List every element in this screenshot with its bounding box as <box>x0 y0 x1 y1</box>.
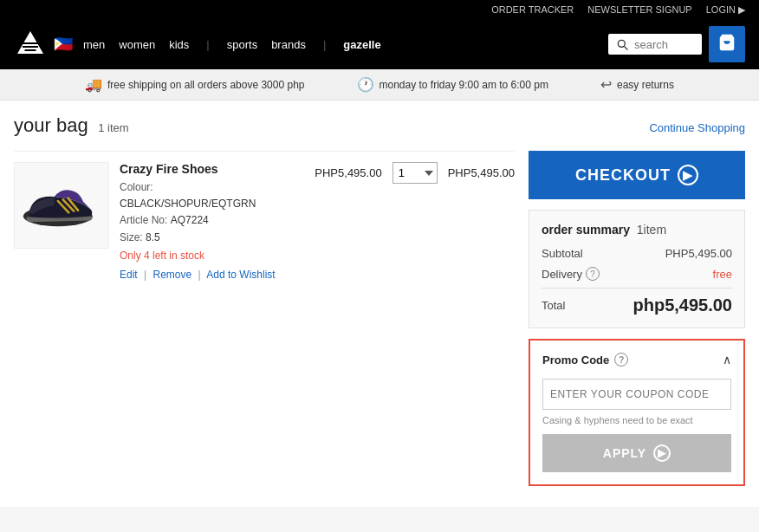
promo-code-input[interactable] <box>542 379 731 410</box>
size-value: 8.5 <box>146 231 160 243</box>
adidas-logo-icon <box>14 28 47 61</box>
product-actions: Edit | Remove | Add to Wishlist <box>120 269 304 281</box>
stock-warning: Only 4 left in stock <box>120 250 304 262</box>
top-links-bar: ORDER TRACKER NEWSLETTER SIGNUP LOGIN ▶ <box>0 0 759 19</box>
nav-men[interactable]: men <box>83 38 105 51</box>
product-name: Crazy Fire Shoes <box>120 162 304 176</box>
wishlist-link[interactable]: Add to Wishlist <box>206 269 275 281</box>
summary-divider <box>542 288 732 289</box>
main-nav: 🇵🇭 men women kids | sports brands | gaze… <box>0 19 759 69</box>
search-input[interactable] <box>634 38 695 51</box>
checkout-button[interactable]: CHECKOUT ▶ <box>529 151 745 199</box>
return-icon: ↩ <box>600 76 612 93</box>
country-flag-icon: 🇵🇭 <box>54 35 73 54</box>
nav-brands[interactable]: brands <box>271 38 306 51</box>
delivery-value: free <box>713 268 732 281</box>
nav-sports[interactable]: sports <box>227 38 257 51</box>
cart-icon <box>717 33 736 52</box>
total-amount: php5,495.00 <box>632 295 732 315</box>
product-qty-price: PHP5,495.00 1 2 3 4 PHP5,495.00 <box>315 162 515 184</box>
main-content: your bag 1 item Continue Shopping <box>0 101 759 507</box>
bag-layout: Crazy Fire Shoes Colour: CBLACK/SHOPUR/E… <box>14 151 745 486</box>
utility-bar: 🚚 free shipping on all orders above 3000… <box>0 69 759 101</box>
item-total-price: PHP5,495.00 <box>448 166 515 179</box>
continue-shopping-link[interactable]: Continue Shopping <box>649 121 745 134</box>
colour-value: CBLACK/SHOPUR/EQTGRN <box>120 198 256 210</box>
unit-price: PHP5,495.00 <box>315 166 381 179</box>
promo-collapse-icon[interactable]: ∧ <box>723 353 731 367</box>
apply-promo-button[interactable]: APPLY ▶ <box>542 434 731 472</box>
nav-women[interactable]: women <box>119 38 155 51</box>
product-meta: Colour: CBLACK/SHOPUR/EQTGRN Article No:… <box>120 179 304 246</box>
promo-header: Promo Code ? ∧ <box>542 353 731 367</box>
order-summary-title: order summary 1item <box>542 223 732 237</box>
truck-icon: 🚚 <box>85 76 102 93</box>
total-row: Total php5,495.00 <box>542 295 732 315</box>
promo-hint: Casing & hyphens need to be exact <box>542 415 731 425</box>
order-summary: order summary 1item Subtotal PHP5,495.00… <box>529 210 745 328</box>
hours-info: 🕐 monday to friday 9:00 am to 6:00 pm <box>357 76 548 93</box>
delivery-help-icon[interactable]: ? <box>586 267 600 281</box>
product-section: Crazy Fire Shoes Colour: CBLACK/SHOPUR/E… <box>14 151 515 486</box>
summary-item-count: 1item <box>637 223 666 237</box>
shoe-image <box>18 175 105 236</box>
article-value: AQ7224 <box>171 214 209 226</box>
article-label: Article No: <box>120 214 167 226</box>
checkout-arrow-icon: ▶ <box>678 165 698 185</box>
nav-gazelle[interactable]: gazelle <box>343 38 380 51</box>
product-image <box>14 162 109 249</box>
search-box <box>608 34 702 55</box>
apply-arrow-icon: ▶ <box>653 444 671 462</box>
bag-title-area: your bag 1 item <box>14 114 129 137</box>
subtotal-value: PHP5,495.00 <box>665 247 732 260</box>
edit-link[interactable]: Edit <box>120 269 138 281</box>
order-tracker-link[interactable]: ORDER TRACKER <box>491 4 574 15</box>
bag-title: your bag <box>14 114 88 136</box>
bag-header: your bag 1 item Continue Shopping <box>14 114 745 137</box>
subtotal-label: Subtotal <box>542 247 583 260</box>
shipping-info: 🚚 free shipping on all orders above 3000… <box>85 76 305 93</box>
delivery-label: Delivery ? <box>542 267 600 281</box>
top-right-nav <box>608 26 745 62</box>
login-link[interactable]: LOGIN ▶ <box>706 4 745 16</box>
subtotal-row: Subtotal PHP5,495.00 <box>542 247 732 260</box>
newsletter-signup-link[interactable]: NEWSLETTER SIGNUP <box>587 4 691 15</box>
cart-button[interactable] <box>709 26 745 62</box>
nav-kids[interactable]: kids <box>169 38 189 51</box>
right-panel: CHECKOUT ▶ order summary 1item Subtotal … <box>529 151 745 486</box>
returns-info: ↩ easy returns <box>600 76 674 93</box>
colour-label: Colour: <box>120 181 153 193</box>
promo-section: Promo Code ? ∧ Casing & hyphens need to … <box>529 339 745 486</box>
search-icon <box>615 37 629 51</box>
product-row: Crazy Fire Shoes Colour: CBLACK/SHOPUR/E… <box>14 151 515 281</box>
promo-help-icon[interactable]: ? <box>614 353 628 367</box>
total-label: Total <box>542 299 565 312</box>
quantity-select[interactable]: 1 2 3 4 <box>392 162 438 184</box>
bag-item-count: 1 item <box>98 121 128 134</box>
product-details: Crazy Fire Shoes Colour: CBLACK/SHOPUR/E… <box>120 162 304 281</box>
promo-title: Promo Code ? <box>542 353 628 367</box>
nav-links: men women kids | sports brands | gazelle <box>83 38 608 51</box>
remove-link[interactable]: Remove <box>153 269 192 281</box>
delivery-row: Delivery ? free <box>542 267 732 281</box>
size-label: Size: <box>120 231 143 243</box>
clock-icon: 🕐 <box>357 76 374 93</box>
